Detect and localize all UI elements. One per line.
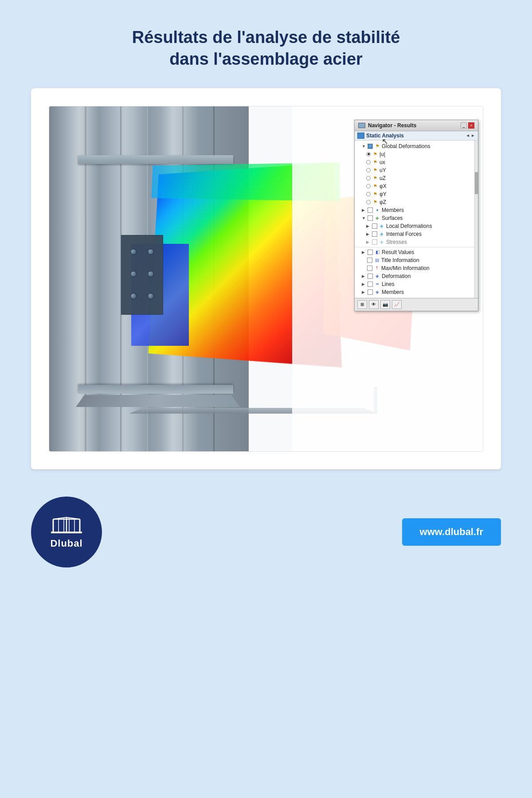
- check-internal-forces[interactable]: [372, 231, 377, 237]
- expand-global[interactable]: ▼: [362, 144, 366, 149]
- website-btn[interactable]: www.dlubal.fr: [402, 518, 501, 546]
- check-result-values[interactable]: [368, 250, 373, 255]
- tree-local-def[interactable]: ▶ ◈ Local Deformations: [355, 222, 478, 230]
- check-stresses[interactable]: [372, 239, 377, 245]
- nav-scrollbar[interactable]: [474, 141, 478, 298]
- deformation-icon: ◈: [374, 273, 380, 279]
- svg-rect-0: [51, 532, 82, 533]
- section-icon: [357, 133, 364, 139]
- tree-members2[interactable]: ▶ ◈ Members: [355, 288, 478, 296]
- label-maxmin: Max/Min Information: [381, 265, 430, 271]
- scrollbar-thumb: [475, 172, 478, 194]
- nav-arrows: ◄ ►: [466, 133, 475, 138]
- tree-surfaces[interactable]: ▼ ◈ Surfaces: [355, 214, 478, 222]
- bolt-3: [130, 271, 137, 277]
- label-members2: Members: [382, 289, 404, 295]
- expand-surfaces[interactable]: ▼: [362, 216, 366, 220]
- bolt-1: [130, 249, 137, 255]
- tree-uy[interactable]: ⚑ uY: [355, 166, 478, 174]
- label-phiz: φZ: [379, 199, 386, 205]
- left-arrow[interactable]: ◄: [466, 133, 470, 138]
- tree-members[interactable]: ▶ ♦ Members: [355, 206, 478, 214]
- bolt-5: [130, 293, 137, 299]
- radio-ux[interactable]: [366, 160, 371, 164]
- label-stresses: Stresses: [386, 239, 407, 245]
- flag-icon-ux: ⚑: [372, 159, 378, 165]
- expand-local-def[interactable]: ▶: [366, 224, 371, 228]
- check-lines[interactable]: [368, 282, 373, 287]
- check-global[interactable]: [368, 144, 373, 149]
- tree-result-values[interactable]: ▶ ◧ Result Values: [355, 248, 478, 256]
- check-title-info[interactable]: [367, 258, 372, 263]
- main-card: Navigator - Results _ × Static Analysis …: [31, 88, 501, 469]
- tree-phiy[interactable]: ⚑ φY: [355, 190, 478, 198]
- tree-ux[interactable]: ⚑ ux: [355, 158, 478, 166]
- radio-phiz[interactable]: [366, 200, 371, 204]
- tree-maxmin[interactable]: ⤒ Max/Min Information: [355, 264, 478, 272]
- nav-section-label: Static Analysis: [366, 133, 464, 139]
- nav-titlebar-left: Navigator - Results: [358, 122, 416, 129]
- right-arrow[interactable]: ►: [471, 133, 475, 138]
- check-members[interactable]: [368, 207, 373, 213]
- bolt-4: [148, 271, 154, 277]
- toolbar-chart-btn[interactable]: 📈: [392, 300, 402, 309]
- tree-uz[interactable]: ⚑ uZ: [355, 174, 478, 182]
- expand-internal-forces[interactable]: ▶: [366, 232, 371, 236]
- flag-icon-uz: ⚑: [372, 175, 378, 181]
- label-uy: uY: [379, 167, 386, 173]
- check-members2[interactable]: [368, 289, 373, 295]
- toolbar-camera-btn[interactable]: 📷: [380, 300, 390, 309]
- nav-tree-content: ▼ ⚑ Global Deformations ⚑ |u| ⚑ ux: [355, 141, 478, 298]
- tree-internal-forces[interactable]: ▶ ◈ Internal Forces: [355, 230, 478, 238]
- toolbar-eye-btn[interactable]: 👁: [369, 300, 379, 309]
- software-view: Navigator - Results _ × Static Analysis …: [49, 106, 483, 452]
- flag-icon-uy: ⚑: [372, 167, 378, 173]
- radio-phix[interactable]: [366, 184, 371, 188]
- tree-title-information[interactable]: ▤ Title Information: [355, 256, 478, 264]
- internal-forces-icon: ◈: [379, 231, 385, 237]
- check-deformation[interactable]: [368, 274, 373, 279]
- check-maxmin[interactable]: [367, 266, 372, 271]
- radio-uz[interactable]: [366, 176, 371, 180]
- members2-icon: ◈: [374, 289, 380, 295]
- nav-minimize-btn[interactable]: _: [461, 122, 467, 129]
- label-ux: ux: [379, 159, 385, 165]
- connection-plate: [121, 235, 163, 315]
- label-deformation: Deformation: [382, 273, 411, 279]
- label-u-abs: |u|: [379, 151, 385, 157]
- toolbar-grid-btn[interactable]: ⊞: [357, 300, 367, 309]
- nav-static-analysis-header[interactable]: Static Analysis ◄ ►: [355, 131, 478, 141]
- tree-stresses[interactable]: ▶ ◈ Stresses: [355, 238, 478, 246]
- nav-close-btn[interactable]: ×: [468, 122, 474, 129]
- nav-titlebar: Navigator - Results _ ×: [355, 120, 478, 131]
- logo-svg: [49, 515, 84, 534]
- tree-phix[interactable]: ⚑ φX: [355, 182, 478, 190]
- flag-icon-global: ⚑: [374, 143, 380, 149]
- tree-deformation[interactable]: ▶ ◈ Deformation: [355, 272, 478, 280]
- radio-phiy[interactable]: [366, 192, 371, 196]
- bottom-section: Dlubal www.dlubal.fr: [31, 488, 501, 590]
- label-global: Global Deformations: [382, 143, 430, 149]
- label-members: Members: [382, 207, 404, 213]
- bolt-2: [148, 249, 154, 255]
- navigator-panel: Navigator - Results _ × Static Analysis …: [354, 120, 478, 311]
- tree-phiz[interactable]: ⚑ φZ: [355, 198, 478, 206]
- expand-deformation[interactable]: ▶: [362, 274, 366, 278]
- result-values-icon: ◧: [374, 249, 380, 255]
- radio-u-abs[interactable]: [366, 152, 371, 156]
- expand-members[interactable]: ▶: [362, 208, 366, 212]
- expand-lines[interactable]: ▶: [362, 282, 366, 286]
- logo-text: Dlubal: [50, 538, 82, 549]
- radio-uy[interactable]: [366, 168, 371, 172]
- check-local-def[interactable]: [372, 223, 377, 229]
- expand-stresses[interactable]: ▶: [366, 240, 371, 244]
- tree-global-deformations[interactable]: ▼ ⚑ Global Deformations: [355, 142, 478, 150]
- expand-result-values[interactable]: ▶: [362, 250, 366, 254]
- check-surfaces[interactable]: [368, 215, 373, 221]
- tree-lines[interactable]: ▶ ━ Lines: [355, 280, 478, 288]
- monitor-icon: [358, 123, 365, 128]
- expand-members2[interactable]: ▶: [362, 290, 366, 294]
- label-lines: Lines: [382, 281, 395, 287]
- title-info-icon: ▤: [374, 257, 380, 263]
- tree-u-abs[interactable]: ⚑ |u|: [355, 150, 478, 158]
